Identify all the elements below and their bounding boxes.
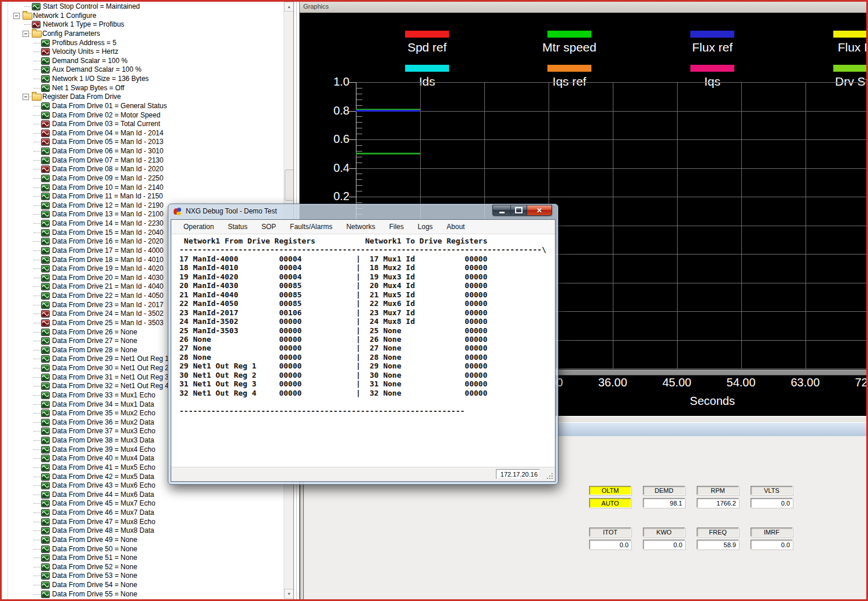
tree-item[interactable]: Data From Drive 49 = None	[0, 535, 284, 544]
tree-item-label: Data From Drive 27 = None	[52, 337, 137, 345]
wave-red-icon	[41, 120, 50, 128]
wave-green-icon	[41, 401, 50, 408]
wave-green-icon	[41, 410, 50, 417]
tree-item-label: Data From Drive 49 = None	[52, 536, 137, 544]
tree-item-label: Data From Drive 32 = Net1 Out Reg 4	[52, 382, 169, 390]
wave-green-icon	[41, 572, 50, 580]
tree-item[interactable]: Data From Drive 05 = Man Id - 2013	[0, 137, 284, 146]
tree-connector	[24, 24, 31, 25]
menu-operation[interactable]: Operation	[180, 221, 218, 233]
tree-item[interactable]: Data From Drive 09 = Man Id - 2250	[0, 174, 284, 183]
tree-item[interactable]: Velocity Units = Hertz	[0, 47, 284, 56]
wave-green-icon	[41, 283, 50, 290]
tree-connector	[34, 359, 41, 359]
tree-item[interactable]: Data From Drive 02 = Motor Speed	[0, 110, 284, 120]
tree-item[interactable]: Profibus Address = 5	[0, 38, 284, 47]
y-minor-tick	[356, 179, 362, 180]
tree-item-label: Demand Scalar = 100 %	[52, 57, 127, 65]
tree-connector	[34, 268, 41, 269]
tree-item[interactable]: Data From Drive 03 = Total Current	[0, 119, 284, 128]
minimize-button[interactable]	[492, 205, 510, 216]
tree-item-label: Data From Drive 13 = Man Id - 2100	[52, 210, 163, 218]
y-minor-tick	[356, 191, 362, 191]
legend-label: Iqs ref	[500, 75, 639, 89]
tree-item[interactable]: Data From Drive 07 = Man Id - 2130	[0, 156, 284, 165]
wave-green-icon	[41, 274, 50, 282]
tree-item[interactable]: Start Stop Control = Maintained	[0, 2, 284, 11]
collapse-box-icon[interactable]	[23, 31, 29, 37]
menu-networks[interactable]: Networks	[343, 221, 378, 233]
tree-item[interactable]: Aux Demand Scalar = 100 %	[0, 65, 284, 74]
wave-red-icon	[41, 130, 50, 137]
wave-green-icon	[41, 427, 50, 435]
menu-faults-alarms[interactable]: Faults/Alarms	[286, 221, 336, 233]
tree-item[interactable]: Data From Drive 55 = None	[0, 589, 284, 599]
tree-item-label: Data From Drive 40 = Mux4 Data	[52, 454, 154, 462]
scroll-up-arrow-icon[interactable]: ▲	[284, 2, 294, 12]
tree-item[interactable]: Network 1 Type = Profibus	[0, 20, 284, 29]
legend-label: Flux D	[786, 40, 868, 54]
tree-connector	[34, 296, 41, 296]
tree-item[interactable]: Data From Drive 10 = Man Id - 2140	[0, 183, 284, 192]
tree-connector	[34, 503, 41, 504]
maximize-button[interactable]	[510, 205, 527, 216]
tree-connector	[34, 485, 41, 486]
close-button[interactable]: ✕	[527, 205, 552, 216]
tree-connector	[34, 79, 41, 79]
menu-about[interactable]: About	[443, 221, 468, 233]
tree-item-label: Data From Drive 01 = General Status	[52, 102, 167, 110]
tree-item[interactable]: Data From Drive 52 = None	[0, 562, 284, 571]
tree-item[interactable]: Data From Drive 50 = None	[0, 544, 284, 554]
tree-item[interactable]: Data From Drive 48 = Mux8 Data	[0, 526, 284, 535]
tree-connector	[34, 558, 41, 558]
menu-logs[interactable]: Logs	[414, 221, 436, 233]
tree-connector	[34, 477, 41, 477]
legend-label: Spd ref	[358, 40, 496, 54]
tree-item-label: Data From Drive 39 = Mux4 Echo	[52, 445, 155, 453]
menu-files[interactable]: Files	[385, 221, 407, 233]
tree-connector	[34, 250, 41, 251]
resize-grip[interactable]	[546, 473, 553, 480]
tree-item[interactable]: Data From Drive 44 = Mux6 Data	[0, 490, 284, 499]
graphics-titlebar[interactable]: Graphics	[300, 1, 868, 13]
tree-item[interactable]: Network 1 Configure	[0, 11, 284, 20]
tree-item[interactable]: Data From Drive 06 = Man Id - 3010	[0, 146, 284, 156]
wave-green-icon	[41, 220, 50, 227]
wave-green-icon	[41, 500, 50, 507]
tree-item[interactable]: Data From Drive 54 = None	[0, 580, 284, 589]
tree-item-label: Data From Drive 38 = Mux3 Data	[52, 436, 154, 444]
scroll-down-arrow-icon[interactable]: ▼	[284, 589, 294, 599]
tree-item[interactable]: Data From Drive 46 = Mux7 Data	[0, 508, 284, 517]
legend-label: Ids	[358, 75, 496, 89]
tree-item[interactable]: Data From Drive 04 = Man Id - 2014	[0, 128, 284, 138]
tree-connector	[34, 386, 41, 386]
collapse-box-icon[interactable]	[13, 13, 20, 19]
dialog-titlebar[interactable]: NXG Debug Tool - Demo Test ✕	[168, 204, 558, 219]
register-console: Network1 From Drive Registers Network1 T…	[171, 234, 555, 467]
tree-item[interactable]: Demand Scalar = 100 %	[0, 56, 284, 65]
tree-item[interactable]: Register Data From Drive	[0, 92, 284, 101]
tree-item[interactable]: Data From Drive 53 = None	[0, 571, 284, 580]
tree-item-label: Profibus Address = 5	[52, 39, 116, 47]
wave-green-icon	[41, 554, 50, 562]
tree-item[interactable]: Net 1 Swap Bytes = Off	[0, 83, 284, 93]
tree-item[interactable]: Data From Drive 01 = General Status	[0, 101, 284, 110]
legend-label: Flux ref	[643, 40, 782, 54]
menu-status[interactable]: Status	[225, 221, 251, 233]
tree-item[interactable]: Data From Drive 51 = None	[0, 553, 284, 562]
tree-item[interactable]: Data From Drive 47 = Mux8 Echo	[0, 517, 284, 526]
tree-item[interactable]: Data From Drive 45 = Mux7 Echo	[0, 499, 284, 508]
menu-sop[interactable]: SOP	[258, 221, 279, 233]
collapse-box-icon[interactable]	[23, 94, 29, 100]
tree-item[interactable]: Config Parameters	[0, 29, 284, 38]
tree-item[interactable]: Data From Drive 08 = Man Id - 2020	[0, 164, 284, 174]
wave-green-icon	[41, 536, 50, 544]
tree-item-label: Data From Drive 15 = Man Id - 2040	[52, 228, 163, 237]
tree-item-label: Data From Drive 05 = Man Id - 2013	[52, 138, 163, 146]
tree-item[interactable]: Data From Drive 11 = Man Id - 2150	[0, 191, 284, 201]
wave-green-icon	[41, 518, 50, 526]
y-minor-tick	[356, 116, 362, 117]
tree-item-label: Velocity Units = Hertz	[52, 47, 118, 56]
tree-item-label: Data From Drive 08 = Man Id - 2020	[52, 165, 163, 173]
tree-item[interactable]: Network 1 I/O Size = 136 Bytes	[0, 74, 284, 83]
